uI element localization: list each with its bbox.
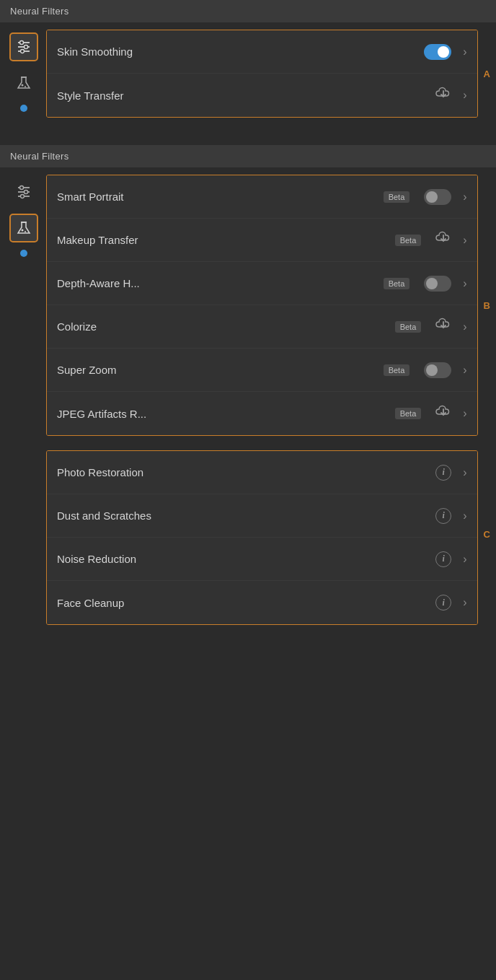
filter-name-noise-reduction: Noise Reduction [57,553,435,565]
filter-dust-scratches[interactable]: Dust and Scratches i › [47,494,477,538]
svg-point-8 [25,86,26,87]
filter-photo-restoration[interactable]: Photo Restoration i › [47,451,477,494]
filter-controls-colorize: Beta › [395,318,467,336]
badge-depth-aware: Beta [384,278,410,289]
filter-controls-style-transfer: › [435,87,466,105]
panel-1: Neural Filters [0,0,496,131]
download-icon-colorize[interactable] [435,318,451,336]
download-icon-style-transfer[interactable] [435,87,451,105]
sidebar-1 [6,30,42,118]
toggle-super-zoom[interactable] [424,362,451,378]
sidebar-filter-icon-1[interactable] [9,32,38,61]
filter-noise-reduction[interactable]: Noise Reduction i › [47,538,477,581]
filter-name-super-zoom: Super Zoom [57,364,384,376]
filter-name-dust-scratches: Dust and Scratches [57,509,435,522]
info-icon-face-cleanup[interactable]: i [435,595,451,611]
chevron-super-zoom[interactable]: › [463,364,466,377]
annotation-c-wrapper: C [478,443,490,625]
filter-controls-makeup-transfer: Beta › [395,231,467,249]
filter-style-transfer[interactable]: Style Transfer › [47,74,477,117]
chevron-smart-portrait[interactable]: › [463,191,466,204]
chevron-makeup-transfer[interactable]: › [463,234,466,247]
filter-makeup-transfer[interactable]: Makeup Transfer Beta › [47,219,477,262]
annotation-a-wrapper: A [478,30,490,118]
badge-smart-portrait: Beta [384,191,410,203]
info-filters-list: Photo Restoration i › Dust and Scratches [46,450,478,625]
filter-name-depth-aware: Depth-Aware H... [57,277,384,289]
filter-controls-depth-aware: Beta › [384,276,467,292]
chevron-photo-restoration[interactable]: › [463,466,466,479]
section-b-wrapper: Smart Portrait Beta › Makeup Transfer Be… [46,175,490,436]
filter-name-jpeg-artifacts: JPEG Artifacts R... [57,408,395,420]
filter-controls-face-cleanup: i › [435,595,466,611]
beta-filters-list: Smart Portrait Beta › Makeup Transfer Be… [46,175,478,436]
filter-skin-smoothing[interactable]: Skin Smoothing › [47,30,477,74]
chevron-skin-smoothing[interactable]: › [463,45,466,58]
filter-controls-noise-reduction: i › [435,551,466,567]
panel-1-section-a: Skin Smoothing › Style Transfer [46,30,490,118]
filter-name-makeup-transfer: Makeup Transfer [57,234,395,246]
toggle-skin-smoothing[interactable] [424,44,451,60]
annotation-c: C [484,529,490,540]
annotation-b-wrapper: B [478,175,490,436]
info-icon-noise-reduction[interactable]: i [435,551,451,567]
chevron-face-cleanup[interactable]: › [463,596,466,609]
panel-2-filters-column: Smart Portrait Beta › Makeup Transfer Be… [46,175,490,625]
download-icon-jpeg-artifacts[interactable] [435,405,451,423]
filter-controls-jpeg-artifacts: Beta › [395,405,467,423]
download-icon-makeup-transfer[interactable] [435,231,451,249]
sidebar-2 [6,175,42,625]
badge-jpeg-artifacts: Beta [395,408,422,419]
panel-2-body: Smart Portrait Beta › Makeup Transfer Be… [0,167,496,632]
filter-super-zoom[interactable]: Super Zoom Beta › [47,349,477,392]
sidebar-filter-icon-2[interactable] [9,178,38,206]
toggle-depth-aware[interactable] [424,276,451,292]
section-c-wrapper: Photo Restoration i › Dust and Scratches [46,443,490,625]
sidebar-dot-2 [20,250,27,257]
sidebar-flask-icon-1[interactable] [9,69,38,97]
filter-name-skin-smoothing: Skin Smoothing [57,45,424,58]
chevron-noise-reduction[interactable]: › [463,553,466,566]
filter-controls-dust-scratches: i › [435,508,466,524]
chevron-dust-scratches[interactable]: › [463,509,466,522]
svg-point-16 [22,229,24,232]
panel-1-title: Neural Filters [0,0,496,22]
filter-depth-aware[interactable]: Depth-Aware H... Beta › [47,262,477,305]
filter-name-smart-portrait: Smart Portrait [57,191,384,203]
svg-point-5 [21,50,25,53]
svg-point-17 [25,231,26,232]
chevron-jpeg-artifacts[interactable]: › [463,407,466,420]
annotation-b: B [484,300,490,311]
svg-point-13 [25,191,28,194]
filter-face-cleanup[interactable]: Face Cleanup i › [47,581,477,624]
panel-1-body: Skin Smoothing › Style Transfer [0,22,496,125]
chevron-style-transfer[interactable]: › [463,89,466,102]
badge-super-zoom: Beta [384,364,410,376]
panel-1-filters: Skin Smoothing › Style Transfer [46,30,478,118]
chevron-depth-aware[interactable]: › [463,277,466,290]
svg-point-7 [22,84,24,87]
spacer [0,131,496,145]
info-icon-photo-restoration[interactable]: i [435,465,451,481]
filter-jpeg-artifacts[interactable]: JPEG Artifacts R... Beta › [47,392,477,435]
filter-name-style-transfer: Style Transfer [57,89,435,102]
filter-controls-skin-smoothing: › [424,44,466,60]
badge-colorize: Beta [395,321,422,333]
filter-controls-smart-portrait: Beta › [384,189,467,205]
panel-2: Neural Filters [0,145,496,638]
toggle-smart-portrait[interactable] [424,189,451,205]
filter-name-face-cleanup: Face Cleanup [57,597,435,609]
filter-controls-photo-restoration: i › [435,465,466,481]
filter-name-colorize: Colorize [57,320,395,333]
filter-controls-super-zoom: Beta › [384,362,467,378]
info-icon-dust-scratches[interactable]: i [435,508,451,524]
svg-point-3 [20,41,24,45]
filter-name-photo-restoration: Photo Restoration [57,466,435,478]
sidebar-flask-icon-2[interactable] [9,214,38,242]
annotation-a: A [484,69,490,79]
chevron-colorize[interactable]: › [463,320,466,333]
filter-smart-portrait[interactable]: Smart Portrait Beta › [47,175,477,219]
svg-point-4 [25,45,28,49]
filter-colorize[interactable]: Colorize Beta › [47,305,477,349]
svg-point-12 [20,186,24,190]
